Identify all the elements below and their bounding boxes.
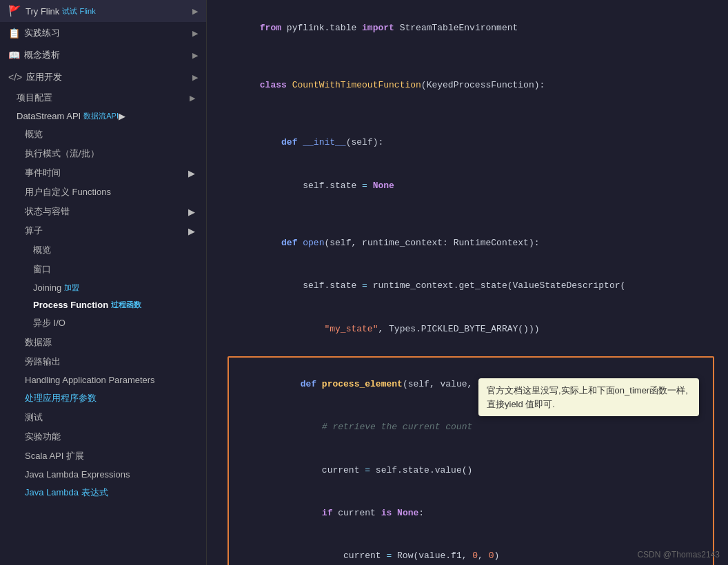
label: Java Lambda 表达式 (25, 487, 108, 497)
code-open-body2: "my_state", Types.PICKLED_BYTE_ARRAY())) (228, 308, 714, 351)
code-icon: </> (8, 72, 22, 83)
label: 数据源 (25, 337, 52, 347)
chevron-icon: ▶ (192, 73, 198, 82)
label: Joining (33, 282, 61, 293)
sidebar-label-try-flink-cn: 试试 Flink (62, 6, 95, 17)
sidebar-item-event-time[interactable]: 事件时间 ▶ (0, 163, 206, 183)
badge-datastream: 数据流API (83, 111, 119, 121)
label: Handling Application Parameters (25, 375, 155, 385)
label: 用户自定义 Functions (25, 187, 111, 197)
sidebar-item-side-output[interactable]: 旁路输出 (0, 352, 206, 371)
label: 异步 I/O (33, 318, 65, 328)
sidebar-item-practice[interactable]: 📋 实践练习 ▶ (0, 22, 206, 44)
sidebar-item-concept[interactable]: 📖 概念透析 ▶ (0, 44, 206, 66)
badge-process-function: 过程函数 (111, 300, 141, 310)
badge-joining: 加盟 (64, 282, 79, 293)
sidebar-item-data-source[interactable]: 数据源 (0, 333, 206, 352)
code-process-element-block: 官方文档这里没写,实际上和下面on_timer函数一样,直接yield 值即可.… (228, 356, 714, 565)
code-line3: current = Row(value.f1, 0, 0) (236, 535, 706, 565)
chevron-icon: ▶ (192, 29, 198, 38)
sidebar-item-overview[interactable]: 概览 (0, 125, 206, 144)
label: 状态与容错 (25, 205, 70, 218)
watermark-text: CSDN @Thomas2143 (637, 550, 720, 559)
code-line2: if current is None: (236, 492, 706, 535)
code-area: from pyflink.table import StreamTableEnv… (207, 7, 728, 351)
sidebar-label-app-dev: 应用开发 (26, 71, 62, 83)
code-open-body1: self.state = runtime_context.get_state(V… (228, 265, 714, 307)
main-content: from pyflink.table import StreamTableEnv… (207, 0, 728, 565)
label: 测试 (25, 412, 43, 422)
code-class-def: class CountWithTimeoutFunction(KeyedProc… (228, 64, 714, 107)
label: 事件时间 (25, 167, 61, 179)
code-line1: current = self.state.value() (236, 449, 706, 492)
code-import: from pyflink.table import StreamTableEnv… (228, 7, 714, 50)
chevron-icon: ▶ (190, 94, 195, 103)
sidebar-item-process-function[interactable]: Process Function 过程函数 (0, 296, 206, 314)
label: 概览 (25, 129, 43, 139)
sidebar-item-exec-mode[interactable]: 执行模式（流/批） (0, 144, 206, 163)
annotation-popup: 官方文档这里没写,实际上和下面on_timer函数一样,直接yield 值即可. (478, 378, 699, 416)
lightbulb-icon: 📖 (8, 50, 20, 61)
flag-icon: 🚩 (8, 5, 21, 17)
sidebar-item-state-fault[interactable]: 状态与容错 ▶ (0, 202, 206, 221)
sidebar-item-java-lambda-cn[interactable]: Java Lambda 表达式 (0, 483, 206, 502)
sidebar-item-project-config[interactable]: 项目配置 ▶ (0, 88, 206, 107)
csdn-watermark: CSDN @Thomas2143 (637, 550, 720, 559)
sidebar-item-experimental[interactable]: 实验功能 (0, 427, 206, 446)
label: 算子 (25, 225, 43, 237)
sidebar-item-ops-overview[interactable]: 概览 (0, 240, 206, 260)
chevron-icon: ▶ (119, 111, 125, 121)
chevron-icon: ▶ (188, 168, 195, 178)
sidebar-item-datastream-api[interactable]: DataStream API 数据流API ▶ (0, 107, 206, 125)
book-icon: 📋 (8, 28, 20, 39)
chevron-icon: ▶ (188, 207, 195, 217)
sidebar-item-handling-params-cn[interactable]: 处理应用程序参数 (0, 389, 206, 408)
sidebar-item-app-dev[interactable]: </> 应用开发 ▶ (0, 66, 206, 88)
label: Java Lambda Expressions (25, 469, 130, 480)
chevron-icon: ▶ (188, 226, 195, 236)
label: 实验功能 (25, 431, 61, 442)
code-init-def: def __init__(self): (228, 121, 714, 164)
sidebar-label-concept: 概念透析 (24, 49, 60, 61)
code-init-body: self.state = None (228, 165, 714, 207)
label: 处理应用程序参数 (25, 393, 97, 403)
sidebar-item-operators[interactable]: 算子 ▶ (0, 221, 206, 240)
sidebar-item-ops-window[interactable]: 窗口 (0, 260, 206, 279)
label: Scala API 扩展 (25, 451, 84, 461)
sidebar-label-try-flink: Try Flink (26, 6, 59, 17)
code-blank (228, 107, 714, 122)
chevron-icon: ▶ (192, 7, 198, 16)
sidebar: 🚩 Try Flink 试试 Flink ▶ 📋 实践练习 ▶ 📖 概念透析 ▶… (0, 0, 207, 565)
label: 项目配置 (17, 92, 52, 104)
sidebar-item-scala-api[interactable]: Scala API 扩展 (0, 446, 206, 466)
chevron-icon: ▶ (192, 51, 198, 60)
sidebar-item-joining[interactable]: Joining 加盟 (0, 279, 206, 296)
label: 旁路输出 (25, 356, 61, 367)
sidebar-item-user-func[interactable]: 用户自定义 Functions (0, 183, 206, 202)
sidebar-item-try-flink[interactable]: 🚩 Try Flink 试试 Flink ▶ (0, 0, 206, 22)
sidebar-item-handling-params[interactable]: Handling Application Parameters (0, 371, 206, 389)
label: Process Function (33, 300, 108, 310)
code-blank (228, 50, 714, 64)
code-blank (228, 207, 714, 222)
label: 执行模式（流/批） (25, 148, 99, 158)
label: DataStream API (17, 111, 81, 121)
sidebar-item-testing[interactable]: 测试 (0, 408, 206, 427)
label: 窗口 (33, 264, 51, 274)
sidebar-item-java-lambda[interactable]: Java Lambda Expressions (0, 466, 206, 483)
sidebar-item-async-io[interactable]: 异步 I/O (0, 314, 206, 333)
annotation-text: 官方文档这里没写,实际上和下面on_timer函数一样,直接yield 值即可. (487, 385, 688, 409)
code-open-def: def open(self, runtime_context: RuntimeC… (228, 222, 714, 265)
sidebar-label-practice: 实践练习 (24, 27, 60, 39)
label: 概览 (33, 245, 51, 255)
